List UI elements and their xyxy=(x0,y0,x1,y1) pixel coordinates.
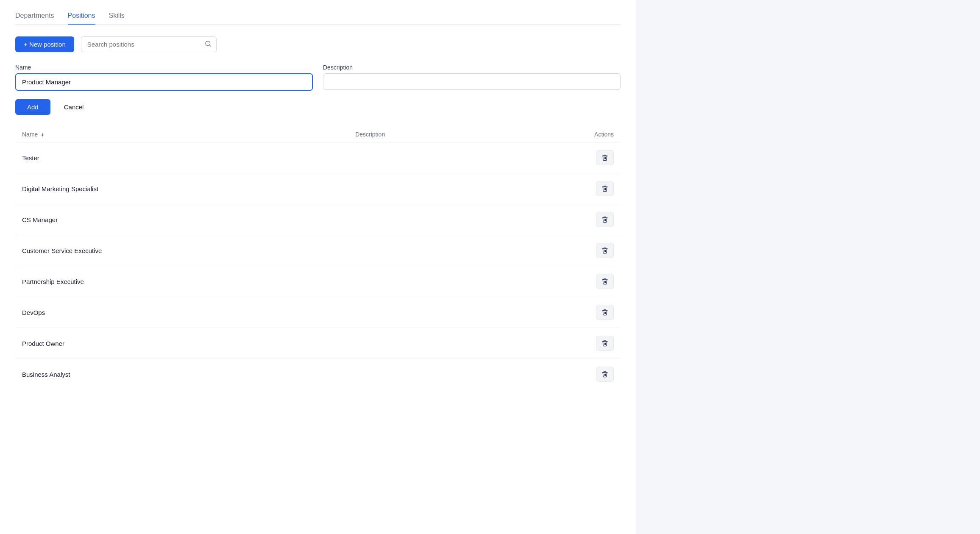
description-form-group: Description xyxy=(323,64,621,91)
row-name: Digital Marketing Specialist xyxy=(15,173,348,204)
table-body: Tester path{stroke:#1e2a4a;stroke-width:… xyxy=(15,142,621,390)
tabs-bar: Departments Positions Skills xyxy=(15,12,621,25)
name-form-group: Name xyxy=(15,64,313,91)
table-row: CS Manager path{stroke:#1e2a4a;stroke-wi… xyxy=(15,204,621,235)
name-input[interactable] xyxy=(15,73,313,91)
row-actions: path{stroke:#1e2a4a;stroke-width:2;strok… xyxy=(503,204,621,235)
row-actions: path{stroke:#1e2a4a;stroke-width:2;strok… xyxy=(503,359,621,390)
table-row: DevOps path{stroke:#1e2a4a;stroke-width:… xyxy=(15,297,621,328)
name-label: Name xyxy=(15,64,313,71)
cancel-button[interactable]: Cancel xyxy=(57,99,91,115)
row-name: CS Manager xyxy=(15,204,348,235)
row-name: Tester xyxy=(15,142,348,173)
row-actions: path{stroke:#1e2a4a;stroke-width:2;strok… xyxy=(503,297,621,328)
col-actions: Actions xyxy=(503,127,621,142)
col-name[interactable]: Name ⬍ xyxy=(15,127,348,142)
tab-departments[interactable]: Departments xyxy=(15,12,54,25)
add-position-form: Name Description xyxy=(15,64,621,91)
table-row: Digital Marketing Specialist path{stroke… xyxy=(15,173,621,204)
delete-button[interactable]: path{stroke:#1e2a4a;stroke-width:2;strok… xyxy=(596,336,614,351)
description-label: Description xyxy=(323,64,621,71)
delete-button[interactable]: path{stroke:#1e2a4a;stroke-width:2;strok… xyxy=(596,212,614,227)
row-description xyxy=(348,297,503,328)
row-description xyxy=(348,359,503,390)
delete-button[interactable]: path{stroke:#1e2a4a;stroke-width:2;strok… xyxy=(596,243,614,258)
delete-button[interactable]: path{stroke:#1e2a4a;stroke-width:2;strok… xyxy=(596,367,614,382)
trash-icon: path{stroke:#1e2a4a;stroke-width:2;strok… xyxy=(601,216,608,223)
delete-button[interactable]: path{stroke:#1e2a4a;stroke-width:2;strok… xyxy=(596,150,614,165)
delete-button[interactable]: path{stroke:#1e2a4a;stroke-width:2;strok… xyxy=(596,274,614,289)
search-input[interactable] xyxy=(81,36,217,52)
row-actions: path{stroke:#1e2a4a;stroke-width:2;strok… xyxy=(503,235,621,266)
table-row: Partnership Executive path{stroke:#1e2a4… xyxy=(15,266,621,297)
row-description xyxy=(348,266,503,297)
row-actions: path{stroke:#1e2a4a;stroke-width:2;strok… xyxy=(503,142,621,173)
search-wrapper xyxy=(81,36,217,52)
row-description xyxy=(348,328,503,359)
trash-icon: path{stroke:#1e2a4a;stroke-width:2;strok… xyxy=(601,185,608,192)
trash-icon: path{stroke:#1e2a4a;stroke-width:2;strok… xyxy=(601,339,608,347)
table-row: Tester path{stroke:#1e2a4a;stroke-width:… xyxy=(15,142,621,173)
row-name: Partnership Executive xyxy=(15,266,348,297)
trash-icon: path{stroke:#1e2a4a;stroke-width:2;strok… xyxy=(601,247,608,254)
trash-icon: path{stroke:#1e2a4a;stroke-width:2;strok… xyxy=(601,370,608,378)
trash-icon: path{stroke:#1e2a4a;stroke-width:2;strok… xyxy=(601,309,608,316)
row-name: DevOps xyxy=(15,297,348,328)
description-input[interactable] xyxy=(323,73,621,90)
row-name: Product Owner xyxy=(15,328,348,359)
row-description xyxy=(348,142,503,173)
main-container: Departments Positions Skills + New posit… xyxy=(0,0,636,534)
delete-button[interactable]: path{stroke:#1e2a4a;stroke-width:2;strok… xyxy=(596,181,614,196)
trash-icon: path{stroke:#1e2a4a;stroke-width:2;strok… xyxy=(601,154,608,161)
row-description xyxy=(348,173,503,204)
table-row: Business Analyst path{stroke:#1e2a4a;str… xyxy=(15,359,621,390)
add-button[interactable]: Add xyxy=(15,99,50,115)
table-row: Product Owner path{stroke:#1e2a4a;stroke… xyxy=(15,328,621,359)
form-actions: Add Cancel xyxy=(15,99,621,115)
col-description: Description xyxy=(348,127,503,142)
toolbar: + New position xyxy=(15,36,621,52)
row-description xyxy=(348,235,503,266)
tab-skills[interactable]: Skills xyxy=(109,12,125,25)
trash-icon: path{stroke:#1e2a4a;stroke-width:2;strok… xyxy=(601,278,608,285)
table-row: Customer Service Executive path{stroke:#… xyxy=(15,235,621,266)
table-header: Name ⬍ Description Actions xyxy=(15,127,621,142)
row-name: Customer Service Executive xyxy=(15,235,348,266)
row-description xyxy=(348,204,503,235)
row-actions: path{stroke:#1e2a4a;stroke-width:2;strok… xyxy=(503,266,621,297)
row-actions: path{stroke:#1e2a4a;stroke-width:2;strok… xyxy=(503,328,621,359)
row-name: Business Analyst xyxy=(15,359,348,390)
positions-table: Name ⬍ Description Actions Tester path{s… xyxy=(15,127,621,389)
tab-positions[interactable]: Positions xyxy=(68,12,95,25)
delete-button[interactable]: path{stroke:#1e2a4a;stroke-width:2;strok… xyxy=(596,305,614,320)
new-position-button[interactable]: + New position xyxy=(15,36,74,52)
row-actions: path{stroke:#1e2a4a;stroke-width:2;strok… xyxy=(503,173,621,204)
sort-icon: ⬍ xyxy=(41,133,44,137)
